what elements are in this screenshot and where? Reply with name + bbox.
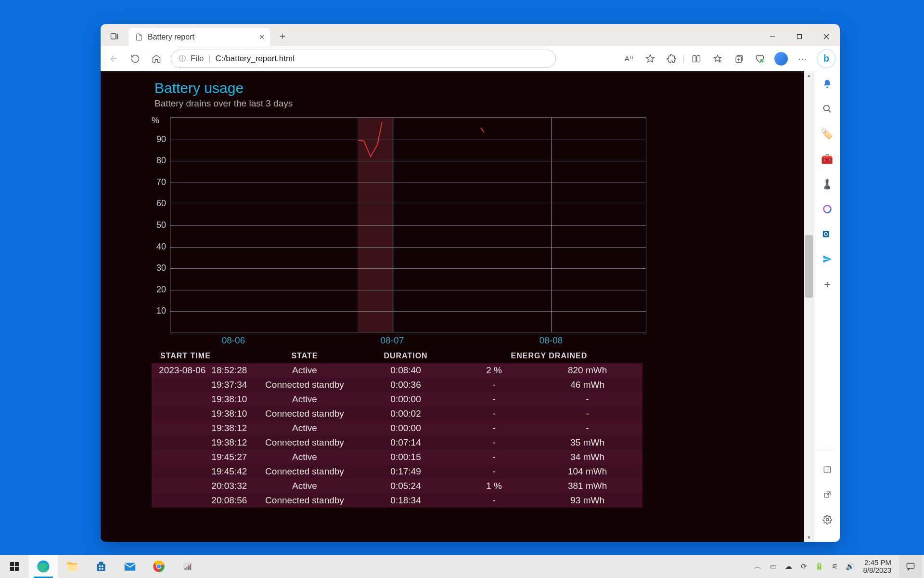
svg-rect-42 [186, 567, 188, 570]
tab-strip: Battery report ✕ ＋ [101, 24, 840, 46]
back-button[interactable] [104, 49, 124, 68]
sidebar-search[interactable] [820, 101, 835, 117]
tray-volume-icon[interactable]: 🔊 [845, 562, 856, 571]
y-tick: 90 [152, 134, 166, 144]
svg-rect-32 [99, 565, 101, 567]
section-subtitle: Battery drains over the last 3 days [154, 98, 804, 109]
y-tick: 70 [152, 177, 166, 187]
y-tick: 60 [152, 198, 166, 209]
sidebar-outlook[interactable]: O [820, 226, 835, 242]
x-tick: 08-08 [539, 335, 563, 346]
split-screen-button[interactable] [687, 49, 706, 68]
new-tab-button[interactable]: ＋ [274, 27, 291, 44]
start-button[interactable] [0, 555, 29, 578]
window-minimize[interactable] [759, 27, 786, 46]
tray-wifi-icon[interactable]: ⚟ [830, 562, 840, 571]
table-row: 19:38:10Connected standby0:00:02-- [152, 407, 642, 421]
svg-rect-0 [111, 33, 116, 39]
svg-rect-19 [824, 467, 831, 473]
addr-path: C:/battery_report.html [216, 54, 295, 64]
favorite-button[interactable] [641, 49, 660, 68]
y-tick: 40 [152, 241, 166, 251]
more-button[interactable]: ⋯ [793, 49, 812, 68]
svg-rect-2 [797, 35, 802, 39]
site-info-icon[interactable]: ⓘ [179, 54, 186, 63]
tray-chevron[interactable]: ︿ [753, 562, 763, 571]
bing-icon: b [823, 53, 829, 64]
extensions-button[interactable] [662, 49, 681, 68]
col-header: STATE [254, 349, 356, 363]
svg-rect-45 [907, 563, 914, 568]
home-button[interactable] [147, 49, 166, 68]
sidebar-popout[interactable] [820, 487, 835, 502]
col-header: START TIME [152, 349, 254, 363]
svg-rect-33 [102, 565, 103, 567]
svg-rect-6 [697, 55, 700, 62]
taskbar-edge[interactable] [29, 555, 58, 578]
profile-button[interactable] [771, 49, 791, 68]
svg-rect-31 [99, 562, 103, 564]
svg-point-13 [823, 105, 829, 111]
page-icon [135, 33, 143, 41]
scroll-down[interactable]: ▼ [804, 533, 814, 542]
taskbar-app[interactable] [173, 555, 202, 578]
window-maximize[interactable] [786, 27, 813, 46]
tray-onedrive-icon[interactable]: ☁ [783, 562, 794, 571]
action-center-button[interactable] [899, 555, 922, 578]
svg-rect-27 [15, 567, 19, 571]
section-title: Battery usage [154, 80, 804, 96]
table-row: 19:38:12Connected standby0:07:14-35 mWh [152, 435, 642, 450]
collections-button[interactable] [729, 49, 748, 68]
col-header: ENERGY DRAINED [456, 349, 642, 363]
read-aloud-button[interactable]: A⁾⁾ [619, 49, 639, 68]
sidebar-settings[interactable] [820, 512, 835, 527]
svg-rect-30 [97, 564, 105, 571]
col-header: DURATION [356, 349, 455, 363]
svg-point-23 [826, 519, 828, 521]
window-close[interactable] [813, 27, 840, 46]
svg-point-39 [157, 565, 161, 568]
browser-window: Battery report ✕ ＋ ⓘ File | C:/battery_r… [101, 24, 840, 542]
svg-rect-29 [67, 565, 77, 571]
workspaces-button[interactable] [105, 29, 124, 44]
svg-rect-25 [15, 562, 19, 566]
sidebar-games[interactable]: ♟️ [820, 176, 835, 192]
taskbar-store[interactable] [87, 555, 116, 578]
favorites-list-button[interactable] [708, 49, 727, 68]
line-seg-2 [481, 128, 484, 132]
addr-scheme: File [191, 54, 204, 64]
table-row: 20:08:56Connected standby0:18:34-93 mWh [152, 493, 642, 508]
sidebar-shopping[interactable]: 🏷️ [820, 126, 835, 142]
svg-rect-34 [99, 568, 101, 569]
tray-update-icon[interactable]: ⟳ [799, 562, 809, 571]
browser-essentials-button[interactable] [750, 49, 770, 68]
toolbar: ⓘ File | C:/battery_report.html A⁾⁾ | ⋯ … [101, 46, 840, 71]
svg-text:O: O [824, 232, 828, 237]
table-row: 2023-08-0618:52:28Active0:08:402 %820 mW… [152, 363, 642, 378]
discover-button[interactable]: b [817, 49, 836, 68]
y-tick: 50 [152, 220, 166, 230]
svg-rect-26 [10, 567, 14, 571]
sidebar-hide[interactable] [820, 462, 835, 477]
tray-clock[interactable]: 2:45 PM 8/8/2023 [860, 559, 894, 575]
address-bar[interactable]: ⓘ File | C:/battery_report.html [171, 50, 556, 68]
page-scrollbar[interactable]: ▲ ▼ [804, 71, 814, 542]
refresh-button[interactable] [126, 49, 145, 68]
scroll-thumb[interactable] [805, 235, 813, 298]
sidebar-tools[interactable]: 🧰 [820, 151, 835, 167]
taskbar-chrome[interactable] [144, 555, 173, 578]
tab-close-button[interactable]: ✕ [259, 33, 265, 41]
sidebar-send[interactable] [820, 251, 835, 267]
sidebar-m365[interactable] [820, 201, 835, 217]
system-tray: ︿ ▭ ☁ ⟳ 🔋 ⚟ 🔊 2:45 PM 8/8/2023 [753, 555, 924, 578]
tray-battery-icon[interactable]: 🔋 [814, 562, 825, 571]
sidebar-notifications[interactable] [820, 76, 835, 92]
taskbar-mail[interactable] [116, 555, 144, 578]
scroll-up[interactable]: ▲ [804, 71, 814, 80]
tray-meet-icon[interactable]: ▭ [768, 562, 779, 571]
tab-active[interactable]: Battery report ✕ [128, 28, 270, 46]
table-row: 19:45:27Active0:00:15-34 mWh [152, 450, 642, 464]
taskbar-explorer[interactable] [58, 555, 87, 578]
sidebar-add[interactable]: ＋ [820, 276, 835, 292]
x-tick: 08-07 [381, 335, 404, 346]
